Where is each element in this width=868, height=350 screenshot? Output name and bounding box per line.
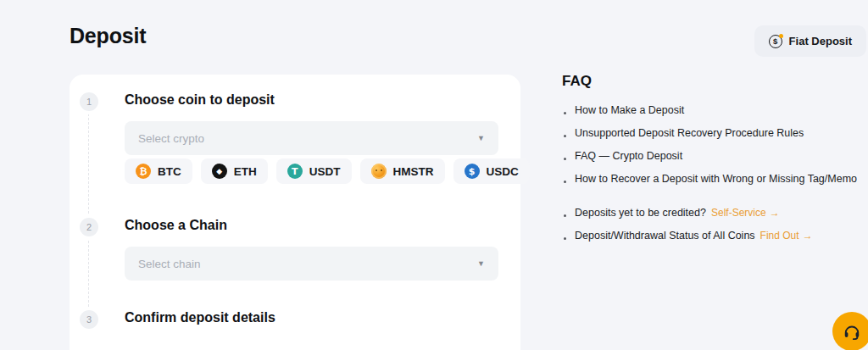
- coin-chip-label: BTC: [158, 165, 181, 178]
- faq-link-crypto-deposit-faq[interactable]: FAQ — Crypto Deposit: [562, 150, 860, 173]
- faq-link-unsupported-recovery[interactable]: Unsupported Deposit Recovery Procedure R…: [562, 127, 860, 150]
- coin-chip-label: ETH: [234, 165, 257, 178]
- crypto-select-placeholder: Select crypto: [138, 132, 204, 145]
- bullet-icon: [564, 237, 566, 240]
- arrow-right-icon: →: [770, 207, 780, 219]
- bullet-icon: [564, 112, 566, 114]
- faq-action-list: Deposits yet to be credited? Self-Servic…: [562, 207, 860, 253]
- faq-link-recover-wrong-tag[interactable]: How to Recover a Deposit with Wrong or M…: [562, 173, 860, 196]
- coin-chip-eth[interactable]: ◆ ETH: [201, 158, 268, 184]
- faq-action-self-service[interactable]: Deposits yet to be credited? Self-Servic…: [562, 207, 860, 230]
- step-3-badge: 3: [80, 310, 98, 329]
- chain-select[interactable]: Select chain ▼: [125, 247, 498, 281]
- faq-action-find-out[interactable]: Deposit/Withdrawal Status of All Coins F…: [562, 230, 860, 253]
- faq-action-text: Deposit/Withdrawal Status of All Coins: [575, 230, 755, 242]
- faq-link-label: How to Make a Deposit: [575, 104, 684, 116]
- step-1-title: Choose coin to deposit: [125, 92, 275, 108]
- usdc-icon: $: [465, 164, 480, 179]
- bullet-icon: [564, 181, 566, 183]
- arrow-right-icon: →: [803, 230, 813, 242]
- fiat-coin-glyph: $: [773, 36, 777, 46]
- fiat-coin-icon: $: [769, 35, 782, 48]
- quick-coin-chips: ₿ BTC ◆ ETH T USDT HMSTR $ USDC: [125, 158, 530, 184]
- btc-icon: ₿: [136, 164, 151, 179]
- coin-chip-label: USDC: [487, 165, 519, 178]
- chain-select-placeholder: Select chain: [138, 258, 201, 270]
- fiat-coin-spark: [779, 34, 783, 38]
- faq-link-label: FAQ — Crypto Deposit: [575, 150, 682, 162]
- coin-chip-usdt[interactable]: T USDT: [276, 158, 352, 184]
- faq-link-how-to-deposit[interactable]: How to Make a Deposit: [562, 104, 860, 127]
- hmstr-icon: [371, 164, 387, 179]
- fiat-deposit-label: Fiat Deposit: [789, 35, 852, 47]
- step-connector-line: [88, 114, 89, 319]
- support-chat-button[interactable]: [832, 312, 868, 350]
- faq-link-label: How to Recover a Deposit with Wrong or M…: [575, 173, 857, 185]
- crypto-select[interactable]: Select crypto ▼: [125, 121, 498, 155]
- faq-title: FAQ: [562, 73, 860, 90]
- fiat-deposit-button[interactable]: $ Fiat Deposit: [754, 25, 866, 57]
- chevron-down-icon: ▼: [477, 259, 485, 268]
- step-3-title: Confirm deposit details: [125, 310, 275, 325]
- coin-chip-btc[interactable]: ₿ BTC: [125, 158, 192, 184]
- find-out-link[interactable]: Find Out: [760, 230, 799, 242]
- deposit-steps-card: 1 Choose coin to deposit Select crypto ▼…: [70, 75, 520, 350]
- step-2-badge: 2: [80, 218, 98, 236]
- faq-action-text: Deposits yet to be credited?: [575, 207, 706, 219]
- page-title: Deposit: [70, 24, 146, 48]
- coin-chip-hmstr[interactable]: HMSTR: [360, 158, 445, 184]
- coin-chip-label: USDT: [309, 165, 341, 178]
- step-2-title: Choose a Chain: [125, 218, 227, 233]
- self-service-link[interactable]: Self-Service: [711, 207, 766, 219]
- faq-article-list: How to Make a Deposit Unsupported Deposi…: [562, 104, 860, 196]
- eth-icon: ◆: [212, 164, 227, 179]
- bullet-icon: [564, 135, 566, 137]
- bullet-icon: [564, 214, 566, 217]
- step-1-badge: 1: [80, 92, 98, 111]
- bullet-icon: [564, 158, 566, 160]
- faq-link-label: Unsupported Deposit Recovery Procedure R…: [575, 127, 804, 139]
- usdt-icon: T: [287, 164, 303, 179]
- chevron-down-icon: ▼: [477, 134, 485, 142]
- coin-chip-usdc[interactable]: $ USDC: [453, 158, 530, 184]
- faq-panel: FAQ How to Make a Deposit Unsupported De…: [562, 73, 860, 253]
- deposit-page: { "header": { "title": "Deposit", "fiat_…: [0, 0, 868, 350]
- headset-icon: [843, 322, 861, 341]
- coin-chip-label: HMSTR: [393, 165, 434, 178]
